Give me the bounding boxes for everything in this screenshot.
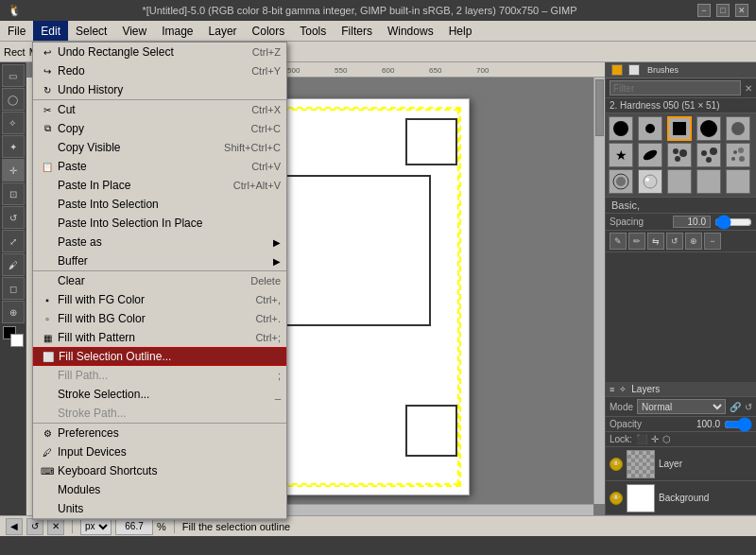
menu-image[interactable]: Image xyxy=(154,21,200,41)
menu-undo[interactable]: ↩ Undo Rectangle Select Ctrl+Z xyxy=(33,43,286,61)
menu-undo-history[interactable]: ↻ Undo History xyxy=(33,80,286,99)
brush-thumb-15[interactable] xyxy=(726,169,750,194)
unit-select[interactable]: px xyxy=(80,518,112,535)
menu-copy-visible[interactable]: Copy Visible Shift+Ctrl+C xyxy=(33,138,286,157)
brush-thumb-13[interactable] xyxy=(667,169,692,194)
brush-thumb-4[interactable] xyxy=(696,116,721,141)
brush-opt-btn-3[interactable]: ⇆ xyxy=(647,233,664,250)
menu-file[interactable]: File xyxy=(0,21,33,41)
zoom-input[interactable] xyxy=(115,518,153,535)
color-swatch-2[interactable]: A xyxy=(628,64,640,76)
brush-thumb-6[interactable]: ★ xyxy=(609,143,633,167)
layer-name-layer[interactable]: Layer xyxy=(659,459,682,469)
menu-keyboard-shortcuts[interactable]: ⌨ Keyboard Shortcuts xyxy=(33,461,286,480)
brush-thumb-3[interactable] xyxy=(667,116,692,141)
menu-redo[interactable]: ↪ Redo Ctrl+Y xyxy=(33,61,286,80)
tool-crop[interactable]: ⊡ xyxy=(2,182,25,205)
menu-fill-pattern[interactable]: ▦ Fill with Pattern Ctrl+; xyxy=(33,328,286,347)
menu-colors[interactable]: Colors xyxy=(245,21,293,41)
tool-rect-select[interactable]: ▭ xyxy=(2,64,25,87)
layer-visibility-background[interactable]: 👁 xyxy=(610,492,623,505)
brush-thumb-8[interactable] xyxy=(667,143,692,167)
lock-alpha-icon[interactable]: ⬡ xyxy=(662,434,671,444)
menu-help[interactable]: Help xyxy=(441,21,480,41)
menu-edit[interactable]: Edit xyxy=(33,21,68,41)
lock-pos-icon[interactable]: ✛ xyxy=(651,434,659,444)
menu-layer[interactable]: Layer xyxy=(201,21,245,41)
lock-pixel-icon[interactable]: ⬛ xyxy=(636,434,647,444)
menu-fill-fg[interactable]: ▪ Fill with FG Color Ctrl+, xyxy=(33,290,286,309)
brush-thumb-2[interactable] xyxy=(638,116,662,141)
status-fwd-button[interactable]: ↺ xyxy=(26,518,43,535)
brush-opt-btn-4[interactable]: ↺ xyxy=(666,233,683,250)
brush-thumb-1[interactable] xyxy=(609,116,633,141)
tool-clone[interactable]: ⊕ xyxy=(2,301,25,323)
tool-rotate[interactable]: ↺ xyxy=(2,206,25,229)
menu-modules[interactable]: Modules xyxy=(33,480,286,499)
tool-erase[interactable]: ◻ xyxy=(2,277,25,300)
tool-free-select[interactable]: ⟡ xyxy=(2,112,25,134)
tool-paint[interactable]: 🖌 xyxy=(2,253,25,276)
svg-point-28 xyxy=(739,156,745,162)
menu-input-devices[interactable]: 🖊 Input Devices xyxy=(33,442,286,461)
menu-windows[interactable]: Windows xyxy=(380,21,441,41)
menu-cut[interactable]: ✂ Cut Ctrl+X xyxy=(33,100,286,119)
reset-icon[interactable]: ↺ xyxy=(745,402,752,412)
brushes-tab[interactable]: Brushes xyxy=(647,65,679,75)
tool-ellipse-select[interactable]: ◯ xyxy=(2,88,25,111)
status-cancel-button[interactable]: ✕ xyxy=(47,518,64,535)
menu-paste-into-sel-inplace[interactable]: Paste Into Selection In Place xyxy=(33,214,286,233)
brush-thumb-10[interactable] xyxy=(726,143,750,167)
menu-buffer[interactable]: Buffer ▶ xyxy=(33,251,286,270)
menu-preferences[interactable]: ⚙ Preferences xyxy=(33,424,286,442)
spacing-slider[interactable] xyxy=(714,217,752,227)
menu-paste-into-selection[interactable]: Paste Into Selection xyxy=(33,195,286,214)
mode-select[interactable]: Normal xyxy=(637,399,726,414)
color-swatch-1[interactable] xyxy=(611,64,623,76)
brush-thumb-7[interactable] xyxy=(638,143,662,167)
menu-fill-selection-outline[interactable]: ⬜ Fill Selection Outline... xyxy=(33,347,286,366)
menu-copy[interactable]: ⧉ Copy Ctrl+C xyxy=(33,119,286,138)
fill-pattern-icon: ▦ xyxy=(39,333,56,343)
menu-clear[interactable]: Clear Delete xyxy=(33,271,286,290)
status-back-button[interactable]: ◀ xyxy=(6,518,23,535)
menu-paste-as[interactable]: Paste as ▶ xyxy=(33,233,286,251)
link-icon[interactable]: 🔗 xyxy=(730,402,741,412)
brush-thumb-12[interactable] xyxy=(638,169,662,194)
brush-thumb-11[interactable] xyxy=(609,169,633,194)
maximize-button[interactable]: □ xyxy=(716,4,730,17)
scrollbar-vertical[interactable] xyxy=(593,78,605,504)
menu-paste-in-place[interactable]: Paste In Place Ctrl+Alt+V xyxy=(33,176,286,195)
brush-thumb-9[interactable] xyxy=(696,143,721,167)
tool-fuzzy-select[interactable]: ✦ xyxy=(2,135,25,158)
minimize-button[interactable]: − xyxy=(697,4,711,17)
menu-filters[interactable]: Filters xyxy=(334,21,380,41)
fg-bg-colors[interactable] xyxy=(3,326,24,347)
menu-paste[interactable]: 📋 Paste Ctrl+V xyxy=(33,157,286,176)
opacity-slider[interactable] xyxy=(724,420,752,429)
fill-bg-shortcut: Ctrl+. xyxy=(255,313,281,324)
svg-text:500: 500 xyxy=(287,66,301,75)
brush-opt-btn-5[interactable]: ⊕ xyxy=(685,233,702,250)
close-button[interactable]: ✕ xyxy=(735,4,748,17)
brush-thumb-5[interactable] xyxy=(726,116,750,141)
menu-view[interactable]: View xyxy=(114,21,154,41)
brush-filter-input[interactable] xyxy=(610,80,741,95)
menu-units[interactable]: Units xyxy=(33,499,286,518)
menu-stroke-selection[interactable]: Stroke Selection... _ xyxy=(33,385,286,404)
layer-visibility-layer[interactable]: 👁 xyxy=(610,458,623,471)
tool-move[interactable]: ✛ xyxy=(2,159,25,182)
brush-thumb-14[interactable] xyxy=(696,169,721,194)
brush-opt-btn-6[interactable]: − xyxy=(704,233,721,250)
layers-tab-icon[interactable]: ≡ xyxy=(610,385,614,394)
menu-select[interactable]: Select xyxy=(68,21,114,41)
menu-fill-bg[interactable]: ▫ Fill with BG Color Ctrl+. xyxy=(33,309,286,328)
brush-opt-btn-1[interactable]: ✎ xyxy=(610,233,627,250)
layers-tab-label[interactable]: Layers xyxy=(631,384,660,394)
brush-opt-btn-2[interactable]: ✏ xyxy=(628,233,645,250)
filter-clear-icon[interactable]: ✕ xyxy=(745,83,752,94)
menu-tools[interactable]: Tools xyxy=(292,21,334,41)
tool-scale[interactable]: ⤢ xyxy=(2,230,25,252)
layer-name-background[interactable]: Background xyxy=(659,493,709,503)
paths-tab-icon[interactable]: ⟡ xyxy=(620,384,626,394)
